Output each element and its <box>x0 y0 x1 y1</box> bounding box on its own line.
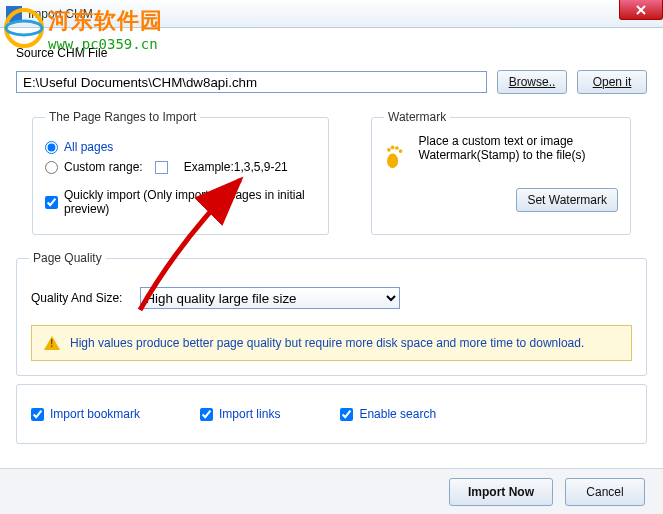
import-now-button[interactable]: Import Now <box>449 478 553 506</box>
ranges-group: The Page Ranges to Import All pages Cust… <box>32 110 329 235</box>
quality-info-box: High values produce better page quality … <box>31 325 632 361</box>
window-title: Import CHM <box>28 7 657 21</box>
svg-point-7 <box>395 146 399 150</box>
quality-select[interactable]: High quality large file size <box>140 287 400 309</box>
browse-button[interactable]: Browse.. <box>497 70 567 94</box>
svg-point-8 <box>399 149 403 153</box>
open-button[interactable]: Open it <box>577 70 647 94</box>
label-quick-import: Quickly import (Only import 10 pages in … <box>64 188 316 216</box>
app-icon <box>6 6 22 22</box>
watermark-legend: Watermark <box>384 110 450 124</box>
label-import-links: Import links <box>219 407 280 421</box>
titlebar: Import CHM <box>0 0 663 28</box>
close-icon <box>636 5 646 15</box>
radio-custom-range[interactable] <box>45 161 58 174</box>
dialog-footer: Import Now Cancel <box>0 468 663 514</box>
label-all-pages: All pages <box>64 140 113 154</box>
radio-all-pages[interactable] <box>45 141 58 154</box>
source-legend: Source CHM File <box>16 46 647 60</box>
quality-info-text: High values produce better page quality … <box>70 336 584 350</box>
cancel-button[interactable]: Cancel <box>565 478 645 506</box>
quality-group: Page Quality Quality And Size: High qual… <box>16 251 647 376</box>
custom-range-input[interactable] <box>155 161 168 174</box>
label-custom-range: Custom range: <box>64 160 143 174</box>
close-button[interactable] <box>619 0 663 20</box>
svg-point-4 <box>387 154 398 169</box>
quality-legend: Page Quality <box>29 251 106 265</box>
ranges-legend: The Page Ranges to Import <box>45 110 200 124</box>
checkbox-quick-import[interactable] <box>45 196 58 209</box>
checkbox-import-links[interactable] <box>200 408 213 421</box>
watermark-desc: Place a custom text or image Watermark(S… <box>419 134 618 162</box>
source-row: Browse.. Open it <box>16 70 647 94</box>
options-group: Import bookmark Import links Enable sear… <box>16 384 647 444</box>
custom-range-example: Example:1,3,5,9-21 <box>184 160 288 174</box>
set-watermark-button[interactable]: Set Watermark <box>516 188 618 212</box>
warning-icon <box>44 336 60 350</box>
label-import-bookmark: Import bookmark <box>50 407 140 421</box>
source-path-input[interactable] <box>16 71 487 93</box>
quality-label: Quality And Size: <box>31 291 122 305</box>
svg-point-6 <box>391 146 395 150</box>
svg-point-5 <box>387 148 391 152</box>
watermark-group: Watermark Place a custom text or image W… <box>371 110 631 235</box>
label-enable-search: Enable search <box>359 407 436 421</box>
footprint-icon <box>384 134 409 178</box>
checkbox-enable-search[interactable] <box>340 408 353 421</box>
checkbox-import-bookmark[interactable] <box>31 408 44 421</box>
